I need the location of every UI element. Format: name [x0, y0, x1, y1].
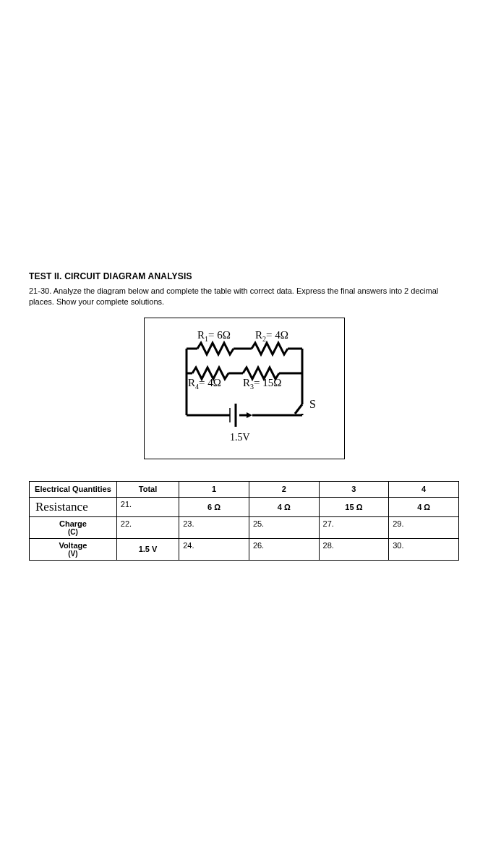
circuit-diagram-box: R1= 6Ω R2= 4Ω R4= 4Ω R3= 15Ω — [144, 318, 345, 459]
cell-27: 27. — [319, 516, 389, 538]
col-total: Total — [116, 481, 179, 497]
col-electrical-quantities: Electrical Quantities — [30, 481, 117, 497]
svg-marker-26 — [247, 412, 252, 418]
cell-28: 28. — [319, 538, 389, 560]
cell-r4: 4 Ω — [389, 497, 459, 516]
data-table: Electrical Quantities Total 1 2 3 4 Resi… — [29, 481, 459, 561]
row-voltage: Voltage (V) 1.5 V 24. 26. 28. 30. — [30, 538, 459, 560]
cell-r1: 6 Ω — [179, 497, 249, 516]
cell-voltage-total: 1.5 V — [116, 538, 179, 560]
cell-25: 25. — [249, 516, 319, 538]
cell-22: 22. — [116, 516, 179, 538]
svg-text:S: S — [309, 398, 316, 410]
instructions: 21-30. Analyze the diagram below and com… — [29, 286, 459, 307]
col-4: 4 — [389, 481, 459, 497]
col-3: 3 — [319, 481, 389, 497]
row-charge: Charge (C) 22. 23. 25. 27. 29. — [30, 516, 459, 538]
table-header-row: Electrical Quantities Total 1 2 3 4 — [30, 481, 459, 497]
svg-text:1.5V: 1.5V — [230, 432, 250, 443]
svg-text:R2= 4Ω: R2= 4Ω — [255, 329, 288, 343]
cell-21: 21. — [116, 497, 179, 516]
svg-line-17 — [295, 404, 302, 414]
row-label-resistance: Resistance — [30, 497, 117, 516]
circuit-diagram: R1= 6Ω R2= 4Ω R4= 4Ω R3= 15Ω — [158, 328, 331, 451]
cell-r3: 15 Ω — [319, 497, 389, 516]
section-title: TEST II. CIRCUIT DIAGRAM ANALYSIS — [29, 271, 459, 281]
row-resistance: Resistance 21. 6 Ω 4 Ω 15 Ω 4 Ω — [30, 497, 459, 516]
cell-26: 26. — [249, 538, 319, 560]
col-2: 2 — [249, 481, 319, 497]
cell-r2: 4 Ω — [249, 497, 319, 516]
cell-24: 24. — [179, 538, 249, 560]
circuit-diagram-wrap: R1= 6Ω R2= 4Ω R4= 4Ω R3= 15Ω — [29, 318, 459, 459]
svg-text:R4= 4Ω: R4= 4Ω — [188, 377, 221, 391]
cell-30: 30. — [389, 538, 459, 560]
svg-text:R1= 6Ω: R1= 6Ω — [197, 329, 231, 343]
row-label-charge: Charge (C) — [30, 516, 117, 538]
row-label-voltage: Voltage (V) — [30, 538, 117, 560]
cell-29: 29. — [389, 516, 459, 538]
cell-23: 23. — [179, 516, 249, 538]
worksheet-content: TEST II. CIRCUIT DIAGRAM ANALYSIS 21-30.… — [29, 271, 459, 561]
col-1: 1 — [179, 481, 249, 497]
